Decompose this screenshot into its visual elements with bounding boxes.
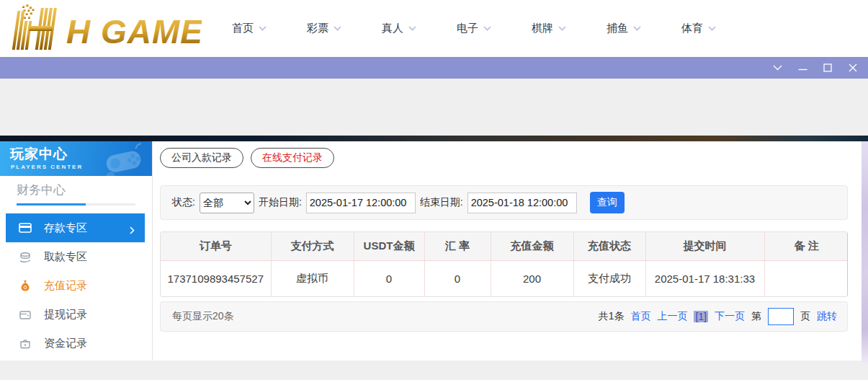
banner-strip [0,136,868,141]
sidebar-item-recharge-records[interactable]: 充值记录 [0,271,152,300]
status-select[interactable]: 全部 [200,193,254,213]
chevron-down-icon [558,26,566,31]
gamepad-icon [99,141,148,176]
col-submit-time: 提交时间 [645,232,764,261]
cell-recharge-amount: 200 [491,261,573,297]
end-date-label: 结束日期: [420,196,463,209]
end-date-input[interactable] [467,193,577,213]
cell-recharge-status: 支付成功 [573,261,645,297]
sidebar-header: 玩家中心 PLAYERS CENTER [0,141,152,176]
bank-card-icon [19,223,32,233]
page-jump-input[interactable] [768,308,794,325]
records-table: 订单号 支付方式 USDT金额 汇 率 充值金额 充值状态 提交时间 备 注 1… [160,231,848,297]
sidebar-item-label: 取款专区 [44,250,87,264]
sidebar-subtitle: PLAYERS CENTER [11,164,83,170]
col-exchange-rate: 汇 率 [424,232,491,261]
col-recharge-status: 充值状态 [573,232,645,261]
sidebar-section-title: 财务中心 [17,182,66,198]
hand-coins-icon [19,252,32,262]
chevron-right-icon [130,224,135,237]
window-controls [772,57,858,79]
nav-label: 真人 [382,22,403,35]
money-bag-icon [19,280,32,291]
nav-label: 体育 [681,22,703,35]
purse-icon [19,338,32,349]
nav-label: 彩票 [307,22,328,35]
col-remarks: 备 注 [764,232,848,261]
sidebar-item-label: 存款专区 [44,221,87,235]
col-payment-method: 支付方式 [271,232,354,261]
status-label: 状态: [172,196,195,209]
sidebar: 玩家中心 PLAYERS CENTER 财务中心 存款专区 [0,141,153,361]
site-header: H GAME 首页 彩票 真人 电子 棋牌 [0,0,868,57]
start-date-input[interactable] [306,193,416,213]
jump-suffix-label: 页 [800,310,810,323]
logo-bars-icon [12,4,58,50]
brand-logo: H GAME [6,2,202,54]
section-underline [17,203,135,206]
sidebar-item-fund-records[interactable]: 资金记录 [0,329,152,358]
col-order-number: 订单号 [161,232,271,261]
content-panel: 公司入款记录 在线支付记录 状态: 全部 开始日期: 结束日期: 查询 [153,141,862,361]
tab-company-deposit-records[interactable]: 公司入款记录 [160,148,243,168]
start-date-label: 开始日期: [259,196,302,209]
page-scrollbar[interactable] [862,141,868,363]
chevron-down-icon [773,65,782,71]
record-tabs: 公司入款记录 在线支付记录 [160,148,334,168]
table-row: 1737109893457527 虚拟币 0 0 200 支付成功 2025-0… [161,261,848,297]
nav-item-home[interactable]: 首页 [232,22,267,35]
chevron-down-icon [334,26,341,31]
wallet-icon [19,309,32,320]
window-close-button[interactable] [848,63,858,73]
prev-page-link[interactable]: 上一页 [657,310,687,323]
sidebar-item-label: 资金记录 [44,337,87,350]
first-page-link[interactable]: 首页 [630,310,650,323]
page-size-text: 每页显示20条 [172,310,234,323]
chevron-down-icon [408,26,416,31]
pagination-controls: 共1条 首页 上一页 [1] 下一页 第 页 跳转 [599,308,837,325]
tab-online-payment-records[interactable]: 在线支付记录 [251,148,334,168]
next-page-link[interactable]: 下一页 [715,310,745,323]
nav-label: 捕鱼 [607,22,628,35]
chevron-down-icon [483,26,491,31]
nav-item-lottery[interactable]: 彩票 [307,22,341,35]
window-maximize-button[interactable] [823,63,833,73]
sidebar-item-deposit-zone[interactable]: 存款专区 [6,213,145,242]
cell-order-number: 1737109893457527 [161,261,271,297]
nav-item-live[interactable]: 真人 [382,22,416,35]
sidebar-item-label: 提现记录 [44,308,87,322]
sidebar-title: 玩家中心 [10,145,68,164]
cell-usdt-amount: 0 [354,261,424,297]
nav-label: 棋牌 [532,22,553,35]
chevron-down-icon [259,26,267,31]
minimize-icon [798,63,807,73]
pagination-bar: 每页显示20条 共1条 首页 上一页 [1] 下一页 第 页 跳转 [160,301,848,332]
col-recharge-amount: 充值金额 [491,232,573,261]
nav-label: 电子 [457,22,478,35]
sidebar-item-withdraw-zone[interactable]: 取款专区 [0,242,152,271]
nav-item-board-games[interactable]: 棋牌 [532,22,566,35]
nav-item-slots[interactable]: 电子 [457,22,491,35]
sidebar-item-label: 充值记录 [44,279,87,293]
filter-bar: 状态: 全部 开始日期: 结束日期: 查询 [160,185,848,220]
total-count-text: 共1条 [599,310,625,323]
nav-label: 首页 [232,22,254,35]
jump-link[interactable]: 跳转 [817,310,837,323]
close-icon [849,63,857,72]
app-window: H GAME 首页 彩票 真人 电子 棋牌 [0,0,868,380]
cell-exchange-rate: 0 [424,261,491,297]
sidebar-menu: 存款专区 取款专区 充值记录 提现记 [0,213,152,358]
cell-payment-method: 虚拟币 [271,261,354,297]
cell-submit-time: 2025-01-17 18:31:33 [645,261,764,297]
nav-item-fishing[interactable]: 捕鱼 [607,22,641,35]
current-page-indicator: [1] [694,311,708,322]
window-titlebar [0,57,868,79]
nav-item-sports[interactable]: 体育 [681,22,716,35]
window-minimize-button[interactable] [797,63,807,73]
query-button[interactable]: 查询 [590,192,625,213]
col-usdt-amount: USDT金额 [354,232,424,261]
maximize-icon [823,63,832,72]
window-dropdown-button[interactable] [772,63,782,73]
sidebar-item-withdrawal-records[interactable]: 提现记录 [0,300,152,329]
cell-remarks [764,261,848,297]
